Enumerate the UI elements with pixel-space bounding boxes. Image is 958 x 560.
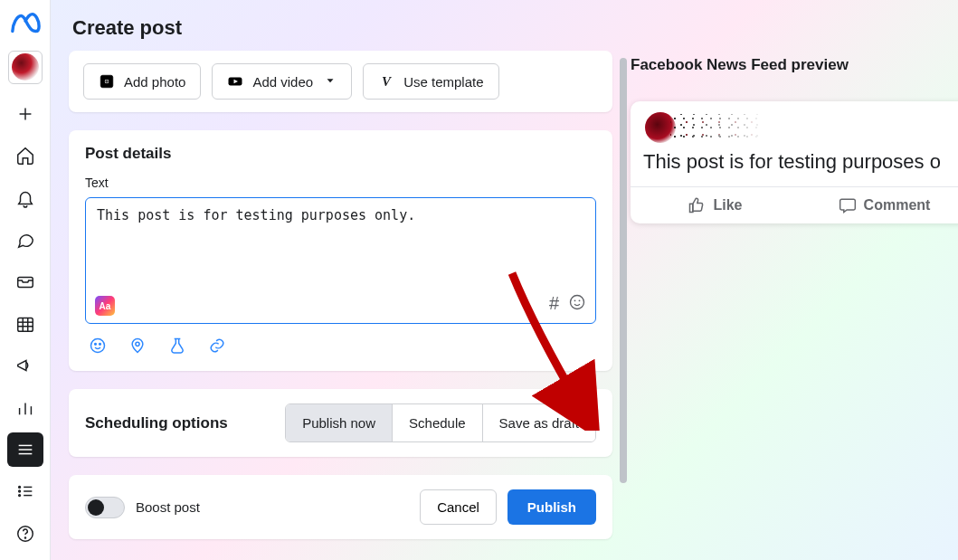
preview-pane: Facebook News Feed preview This post is …	[631, 0, 958, 560]
svg-point-31	[95, 344, 97, 346]
svg-marker-26	[327, 79, 334, 82]
page-avatar-selector[interactable]	[8, 51, 43, 84]
svg-point-27	[571, 296, 584, 309]
meta-logo	[10, 9, 41, 43]
nav-messages-icon[interactable]	[7, 223, 43, 257]
svg-point-15	[18, 491, 20, 493]
footer-card: Boost post Cancel Publish	[69, 475, 612, 539]
media-card: Add photo Add video V Use template	[69, 51, 612, 112]
nav-tasklist-icon[interactable]	[7, 474, 43, 508]
preview-card: This post is for testing purposes o Like…	[631, 101, 958, 223]
comment-icon	[839, 196, 857, 214]
main-column: Create post Add photo Add video V	[51, 0, 631, 560]
schedule-option[interactable]: Schedule	[392, 404, 482, 441]
post-text-input[interactable]	[97, 207, 584, 269]
scrollbar[interactable]	[620, 58, 627, 483]
svg-point-33	[136, 342, 139, 346]
like-icon	[688, 196, 706, 214]
svg-rect-3	[17, 318, 33, 331]
comment-label: Comment	[864, 197, 931, 214]
nav-alltools-icon[interactable]	[7, 432, 43, 467]
use-template-label: Use template	[403, 74, 483, 90]
publish-now-option[interactable]: Publish now	[286, 404, 392, 441]
nav-create-icon[interactable]	[7, 97, 43, 131]
publish-button[interactable]: Publish	[507, 489, 596, 525]
boost-label: Boost post	[136, 499, 200, 515]
nav-notifications-icon[interactable]	[7, 180, 43, 214]
preview-avatar-row	[631, 110, 958, 150]
like-label: Like	[713, 197, 742, 214]
page-title: Create post	[72, 16, 612, 40]
nav-planner-icon[interactable]	[7, 307, 43, 341]
preview-comment-button[interactable]: Comment	[800, 187, 958, 223]
svg-point-29	[579, 299, 581, 301]
text-background-button[interactable]: Aa	[95, 296, 115, 316]
post-details-heading: Post details	[85, 145, 596, 163]
video-icon	[227, 73, 243, 90]
link-icon[interactable]	[208, 337, 228, 356]
toggle-knob	[88, 499, 104, 516]
preview-heading: Facebook News Feed preview	[631, 56, 958, 74]
add-photo-button[interactable]: Add photo	[83, 63, 201, 100]
photo-icon	[99, 73, 115, 90]
nav-home-icon[interactable]	[7, 138, 43, 173]
vimeo-icon: V	[378, 73, 394, 90]
scheduling-card: Scheduling options Publish now Schedule …	[69, 389, 612, 457]
scheduling-segmented: Publish now Schedule Save as draft	[285, 403, 596, 442]
nav-insights-icon[interactable]	[7, 390, 43, 424]
post-text-wrap: Aa #	[85, 197, 596, 324]
avatar-image	[12, 53, 39, 81]
abtest-icon[interactable]	[168, 337, 188, 356]
use-template-button[interactable]: V Use template	[363, 63, 498, 100]
cancel-button[interactable]: Cancel	[420, 489, 497, 525]
scheduling-heading: Scheduling options	[85, 414, 228, 432]
location-icon[interactable]	[128, 337, 148, 356]
emoji-button[interactable]	[568, 293, 586, 316]
preview-actions: Like Comment	[631, 186, 958, 223]
nav-inbox-icon[interactable]	[7, 264, 43, 299]
preview-like-button[interactable]: Like	[631, 187, 800, 223]
post-details-card: Post details Text Aa #	[69, 130, 612, 371]
svg-point-32	[100, 344, 101, 346]
preview-avatar-image	[643, 110, 770, 145]
save-draft-option[interactable]: Save as draft	[482, 404, 595, 441]
nav-help-icon[interactable]	[7, 517, 43, 551]
left-rail	[0, 0, 51, 560]
add-photo-label: Add photo	[124, 74, 185, 90]
feeling-icon[interactable]	[89, 337, 109, 356]
add-video-label: Add video	[252, 74, 313, 90]
text-field-label: Text	[85, 176, 596, 190]
svg-point-14	[18, 487, 20, 489]
svg-rect-35	[690, 204, 693, 212]
post-attachment-row	[85, 337, 596, 356]
svg-point-21	[24, 537, 25, 538]
hashtag-button[interactable]: #	[549, 293, 559, 316]
chevron-down-icon	[324, 74, 337, 90]
svg-point-16	[18, 495, 20, 497]
svg-point-28	[574, 299, 576, 301]
boost-toggle[interactable]	[85, 497, 125, 518]
nav-ads-icon[interactable]	[7, 348, 43, 383]
preview-post-text: This post is for testing purposes o	[631, 150, 958, 186]
add-video-button[interactable]: Add video	[212, 63, 352, 100]
svg-point-30	[91, 339, 105, 353]
